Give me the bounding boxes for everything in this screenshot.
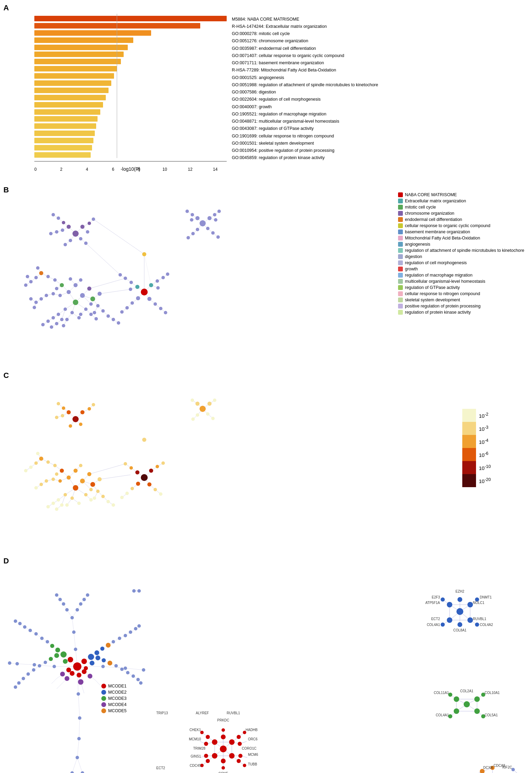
bar-row: [34, 87, 227, 93]
svg-point-577: [457, 622, 462, 627]
svg-point-459: [40, 637, 44, 640]
mcode-legend-item: MCODE5: [101, 708, 126, 713]
svg-point-162: [57, 216, 60, 220]
mcode3-detail-nodes: [448, 693, 485, 718]
svg-point-464: [32, 668, 35, 672]
svg-line-415: [78, 694, 80, 718]
mcode3-label: COL4A1: [436, 713, 449, 717]
legend-item: multicellular organismal-level homeostas…: [398, 279, 529, 284]
svg-line-96: [89, 278, 125, 289]
mcode3-label: COL10A1: [485, 691, 500, 695]
svg-point-130: [34, 301, 38, 304]
svg-point-293: [58, 479, 62, 483]
svg-point-547: [204, 742, 208, 746]
panel-a: A: [0, 0, 532, 179]
svg-point-281: [87, 472, 91, 476]
svg-point-305: [52, 502, 55, 505]
svg-point-465: [124, 634, 127, 637]
bar-row: [34, 15, 227, 22]
bar-r9: [34, 80, 111, 86]
legend-color: [398, 273, 403, 278]
svg-point-138: [26, 275, 29, 278]
svg-point-538: [229, 739, 235, 745]
legend-label: basement membrane organization: [405, 229, 470, 234]
svg-point-301: [29, 466, 33, 469]
svg-point-108: [73, 283, 78, 287]
svg-point-288: [57, 498, 60, 502]
svg-point-116: [65, 318, 69, 321]
legend-color: [398, 310, 403, 315]
svg-point-500: [15, 662, 19, 665]
x-axis-title: -log10(P): [34, 166, 227, 172]
svg-point-332: [147, 482, 151, 486]
svg-point-448: [49, 657, 53, 661]
mcode5-circle: [101, 708, 106, 713]
bar-label-7: R-HSA-77289: Mitochondrial Fatty Acid Be…: [232, 67, 525, 73]
svg-point-165: [49, 232, 53, 235]
svg-point-312: [79, 423, 82, 426]
svg-point-444: [55, 648, 60, 652]
svg-point-574: [447, 617, 452, 623]
legend-item: growth: [398, 267, 529, 271]
legend-color: [398, 229, 403, 234]
svg-point-543: [206, 735, 210, 739]
legend-color: [398, 223, 403, 228]
legend-label: regulation of macrophage migration: [405, 273, 473, 278]
svg-point-483: [70, 616, 74, 619]
pvalue-row: 10-6: [462, 448, 491, 461]
svg-line-100: [144, 254, 151, 285]
legend-color: [398, 260, 403, 265]
svg-line-95: [100, 289, 131, 294]
svg-point-306: [55, 507, 58, 511]
svg-point-539: [212, 753, 217, 759]
bar-r11: [34, 95, 106, 100]
svg-point-107: [60, 283, 64, 287]
pvalue-swatch: [462, 461, 476, 474]
svg-point-468: [26, 672, 30, 676]
bar-r17: [34, 138, 93, 143]
svg-point-469: [129, 630, 132, 634]
svg-point-541: [221, 735, 226, 739]
legend-color: [398, 304, 403, 309]
svg-point-502: [101, 665, 105, 668]
svg-point-489: [82, 598, 86, 601]
legend-item: positive regulation of protein processin…: [398, 304, 529, 309]
legend-label: mitotic cell cycle: [405, 205, 436, 210]
svg-point-300: [36, 452, 39, 455]
svg-point-271: [67, 475, 71, 480]
bar-row: [34, 44, 227, 51]
legend-item: regulation of macrophage migration: [398, 273, 529, 278]
svg-point-326: [191, 399, 194, 402]
legend-label: angiogenesis: [405, 242, 430, 247]
bar-row: [34, 109, 227, 115]
svg-point-430: [68, 657, 73, 662]
svg-point-540: [229, 753, 235, 759]
svg-point-335: [129, 466, 133, 470]
mcode2-label: EZH2: [455, 590, 464, 593]
svg-point-105: [84, 307, 88, 311]
svg-point-152: [67, 225, 71, 229]
panel-d-mcode-legend: MCODE1 MCODE2 MCODE3 MCODE4 MCODE5: [101, 684, 126, 715]
svg-point-274: [84, 493, 88, 496]
svg-line-98: [93, 219, 144, 254]
panel-c: C: [0, 368, 532, 550]
bar-label-18: GO:0010954: positive regulation of prote…: [232, 147, 525, 154]
svg-point-135: [36, 266, 39, 270]
bar-row: [34, 123, 227, 129]
svg-line-428: [125, 668, 144, 670]
svg-point-542: [221, 759, 226, 763]
legend-color: [398, 211, 403, 216]
mcode2-label: RUVBL1: [473, 617, 486, 621]
svg-line-418: [72, 758, 77, 773]
svg-point-104: [70, 311, 74, 314]
mcode2-label: COL4A2: [480, 623, 493, 627]
bar-row: [34, 102, 227, 108]
svg-point-283: [93, 496, 96, 500]
mcode5-label: KIF2C: [502, 765, 512, 769]
legend-item: regulation of protein kinase activity: [398, 310, 529, 315]
svg-point-549: [204, 754, 208, 758]
svg-point-295: [45, 479, 48, 483]
svg-point-450: [65, 676, 69, 681]
bar-r15: [34, 123, 96, 129]
x-axis-line: [34, 161, 227, 161]
